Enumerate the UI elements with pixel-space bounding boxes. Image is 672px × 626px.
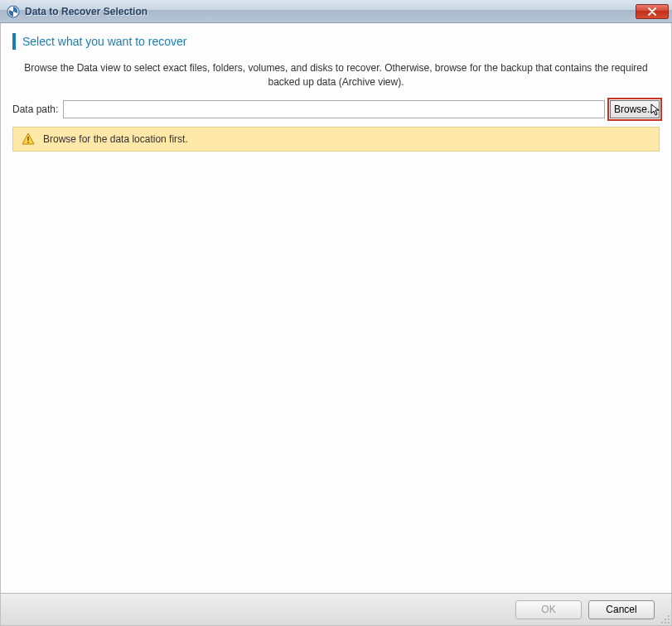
- window-title: Data to Recover Selection: [25, 6, 636, 17]
- svg-point-3: [668, 615, 670, 617]
- close-icon: [648, 7, 656, 16]
- content-area: Select what you want to recover Browse t…: [0, 23, 672, 593]
- cancel-button[interactable]: Cancel: [588, 600, 655, 619]
- resize-grip[interactable]: [660, 614, 670, 624]
- ok-button: OK: [515, 600, 582, 619]
- svg-rect-1: [27, 137, 29, 141]
- warning-bar: Browse for the data location first.: [12, 127, 660, 152]
- svg-point-6: [661, 622, 663, 624]
- svg-point-7: [665, 622, 666, 624]
- data-path-input[interactable]: [63, 100, 605, 118]
- svg-rect-2: [27, 142, 29, 143]
- svg-point-4: [665, 619, 666, 620]
- warning-icon: [22, 132, 35, 146]
- titlebar: Data to Recover Selection: [0, 0, 672, 23]
- browse-button[interactable]: Browse...: [610, 100, 660, 118]
- dialog-footer: OK Cancel: [0, 593, 672, 626]
- close-button[interactable]: [636, 4, 669, 19]
- section-heading: Select what you want to recover: [22, 35, 186, 48]
- browse-button-label: Browse...: [614, 104, 655, 115]
- data-path-label: Data path:: [12, 104, 58, 115]
- instruction-text: Browse the Data view to select exact fil…: [12, 61, 660, 90]
- svg-point-5: [668, 619, 670, 620]
- svg-point-8: [668, 622, 670, 624]
- content-spacer: [12, 152, 660, 593]
- heading-row: Select what you want to recover: [12, 33, 660, 50]
- warning-message: Browse for the data location first.: [43, 133, 188, 145]
- app-icon: [7, 5, 20, 18]
- heading-accent-bar: [12, 33, 16, 50]
- data-path-row: Data path: Browse...: [12, 100, 660, 118]
